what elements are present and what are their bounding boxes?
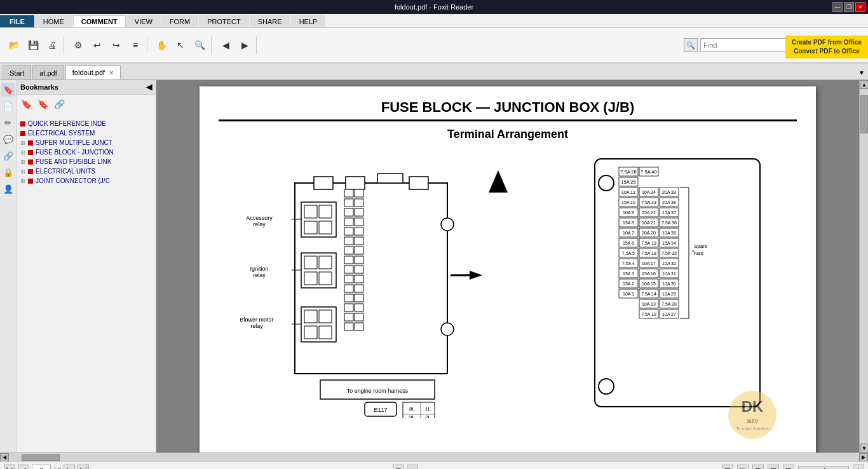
- next-page-nav-button[interactable]: ▶: [64, 465, 75, 470]
- menu-button[interactable]: ≡: [126, 36, 144, 54]
- tab-share[interactable]: SHARE: [250, 15, 290, 27]
- toolbar-nav-group: ◀ ▶: [214, 36, 257, 54]
- right-scrollbar[interactable]: ▲ ▼: [859, 80, 868, 452]
- view-mode-1-button[interactable]: ▦: [722, 465, 733, 470]
- sidebar-collapse-button[interactable]: ◀: [146, 83, 152, 92]
- hsb-track[interactable]: [9, 454, 859, 461]
- doc-tab-foldout-label: foldout.pdf: [72, 69, 105, 76]
- bookmark-bullet: [28, 150, 33, 155]
- bookmark-add-icon[interactable]: 🔖: [19, 97, 33, 111]
- window-title: foldout.pdf - Foxit Reader: [395, 3, 473, 11]
- scroll-thumb[interactable]: [860, 95, 868, 133]
- expand-icon: ⊞: [20, 159, 25, 165]
- svg-point-85: [599, 175, 614, 191]
- attachments-icon[interactable]: 🔗: [1, 149, 15, 163]
- hsb-thumb[interactable]: [22, 454, 60, 461]
- zoom-in-button[interactable]: 🔍: [191, 36, 208, 54]
- security-icon[interactable]: 🔒: [1, 165, 15, 179]
- sidebar-panel: Bookmarks ◀ 🔖 🔖 🔗 QUICK REFERENCE INDE E…: [17, 80, 156, 452]
- doc-tab-foldout[interactable]: foldout.pdf ✕: [65, 65, 121, 79]
- svg-rect-44: [355, 256, 363, 264]
- svg-text:Blower motor: Blower motor: [240, 316, 273, 323]
- create-pdf-line2: Convert PDF to Office: [792, 47, 862, 56]
- view-mode-2-button[interactable]: ▤: [737, 465, 749, 470]
- undo-button[interactable]: ↩: [88, 36, 106, 54]
- bookmark-item-joint[interactable]: ⊞ JOINT CONNECTOR (J/C: [19, 176, 153, 186]
- scroll-track[interactable]: [860, 89, 868, 444]
- tab-protect[interactable]: PROTECT: [199, 15, 249, 27]
- zoom-slider[interactable]: [798, 466, 849, 470]
- bookmark-item-fuse-block[interactable]: ⊞ FUSE BLOCK - JUNCTION: [19, 147, 153, 157]
- bookmark-item-super[interactable]: ⊞ SUPER MULTIPLE JUNCT: [19, 138, 153, 147]
- select-button[interactable]: ↖: [172, 36, 189, 54]
- scroll-down-button[interactable]: ▼: [860, 444, 868, 452]
- svg-rect-4: [409, 177, 428, 189]
- next-page-button[interactable]: ▶: [236, 36, 254, 54]
- last-page-button[interactable]: ▶|: [78, 465, 89, 470]
- svg-text:15A 22: 15A 22: [642, 210, 656, 215]
- bookmark-add2-icon[interactable]: 🔖: [36, 97, 50, 111]
- comments-icon[interactable]: 💬: [1, 132, 15, 146]
- settings-button[interactable]: ⚙: [69, 36, 87, 54]
- sidebar-header: Bookmarks ◀: [17, 80, 156, 95]
- tab-file[interactable]: FILE: [0, 15, 34, 27]
- page-number-input[interactable]: [32, 465, 51, 470]
- bookmark-item-electrical[interactable]: ELECTRICAL SYSTEM: [19, 128, 153, 138]
- tab-view[interactable]: VIEW: [126, 15, 161, 27]
- zoom-in-status-button[interactable]: +: [853, 465, 864, 470]
- svg-point-60: [441, 323, 454, 336]
- annotations-icon[interactable]: ✏: [1, 116, 15, 130]
- open-button[interactable]: 📂: [5, 36, 23, 54]
- svg-rect-7: [319, 205, 332, 218]
- tab-comment[interactable]: COMMENT: [73, 15, 126, 27]
- main-wrapper: 🔖 📄 ✏ 💬 🔗 🔒 👤 Bookmarks ◀ 🔖 🔖 🔗 QUICK RE…: [0, 80, 868, 452]
- pdf-viewer[interactable]: FUSE BLOCK — JUNCTION BOX (J/B) Terminal…: [156, 80, 859, 452]
- scroll-up-button[interactable]: ▲: [860, 80, 868, 89]
- tab-help[interactable]: HELP: [291, 15, 326, 27]
- view-mode-5-button[interactable]: ▨: [783, 465, 794, 470]
- redo-button[interactable]: ↪: [107, 36, 125, 54]
- tab-dropdown-button[interactable]: ▼: [855, 65, 868, 79]
- create-pdf-banner[interactable]: Create PDF from Office Convert PDF to Of…: [785, 36, 868, 58]
- svg-text:10A 7: 10A 7: [623, 231, 634, 235]
- scroll-right-button[interactable]: ▶: [859, 453, 868, 462]
- pages-icon[interactable]: 📄: [1, 99, 15, 113]
- bookmarks-icon[interactable]: 🔖: [1, 83, 15, 97]
- hand-tool-button[interactable]: ✋: [153, 36, 170, 54]
- minimize-button[interactable]: —: [832, 2, 843, 12]
- tab-close-button[interactable]: ✕: [109, 69, 114, 76]
- first-page-button[interactable]: |◀: [4, 465, 15, 470]
- svg-rect-23: [319, 310, 332, 323]
- bookmark-link-icon[interactable]: 🔗: [52, 97, 66, 111]
- view-mode-4-button[interactable]: ▧: [768, 465, 779, 470]
- horizontal-scrollbar[interactable]: ◀ ▶: [0, 452, 868, 461]
- bookmark-item-quickref[interactable]: QUICK REFERENCE INDE: [19, 119, 153, 128]
- bookmark-label: QUICK REFERENCE INDE: [28, 120, 106, 127]
- print-button[interactable]: 🖨: [43, 36, 61, 54]
- doc-tab-start[interactable]: Start: [3, 65, 31, 79]
- close-button[interactable]: ✕: [855, 2, 865, 12]
- view-controls: ⊞ ⟺: [393, 465, 418, 470]
- svg-text:10A 27: 10A 27: [662, 312, 676, 316]
- svg-text:Spare: Spare: [694, 243, 708, 249]
- view-mode-3-button[interactable]: ▥: [752, 465, 764, 470]
- restore-button[interactable]: ❐: [844, 2, 854, 12]
- tab-home[interactable]: HOME: [35, 15, 72, 27]
- user-icon[interactable]: 👤: [1, 182, 15, 196]
- tab-form[interactable]: FORM: [161, 15, 198, 27]
- bookmark-item-elec-units[interactable]: ⊞ ELECTRICAL UNITS: [19, 167, 153, 176]
- bookmark-item-fuse-link[interactable]: ⊞ FUSE AND FUSIBLE LINK: [19, 157, 153, 167]
- doc-tab-atpdf[interactable]: at.pdf: [32, 65, 64, 79]
- svg-rect-8: [304, 221, 317, 234]
- status-right: ▦ ▤ ▥ ▧ ▨ +: [722, 465, 864, 470]
- svg-text:10A 30: 10A 30: [662, 282, 676, 286]
- svg-rect-45: [344, 266, 353, 273]
- fit-width-button[interactable]: ⟺: [407, 465, 418, 470]
- save-button[interactable]: 💾: [24, 36, 42, 54]
- fit-page-button[interactable]: ⊞: [393, 465, 404, 470]
- prev-page-button[interactable]: ◀: [217, 36, 234, 54]
- scroll-left-button[interactable]: ◀: [0, 453, 9, 462]
- expand-icon: ⊞: [20, 140, 25, 146]
- prev-page-nav-button[interactable]: ◀: [18, 465, 29, 470]
- svg-text:10A 15: 10A 15: [642, 282, 656, 286]
